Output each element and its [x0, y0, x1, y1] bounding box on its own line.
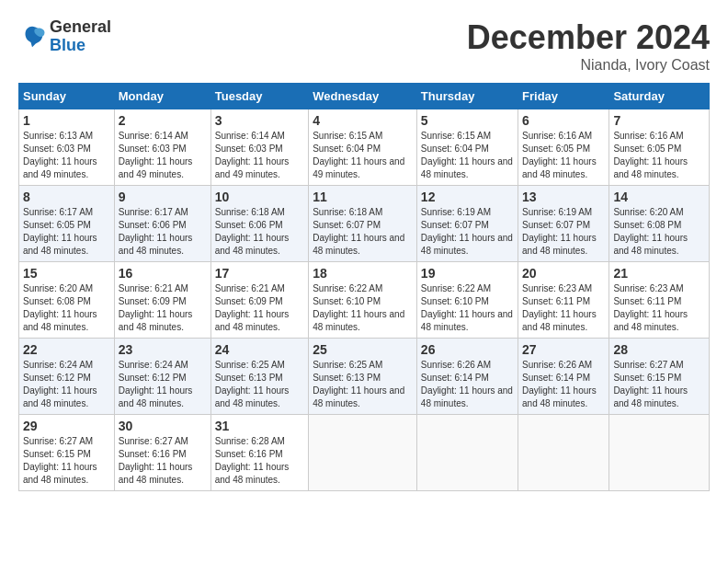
day-info: Sunrise: 6:18 AMSunset: 6:07 PMDaylight:… — [313, 206, 413, 258]
weekday-header-friday: Friday — [518, 84, 609, 109]
calendar-cell: 14Sunrise: 6:20 AMSunset: 6:08 PMDayligh… — [609, 186, 710, 262]
day-number: 5 — [421, 113, 514, 128]
calendar-cell: 25Sunrise: 6:25 AMSunset: 6:13 PMDayligh… — [309, 339, 417, 415]
day-info: Sunrise: 6:21 AMSunset: 6:09 PMDaylight:… — [215, 282, 304, 334]
day-info: Sunrise: 6:21 AMSunset: 6:09 PMDaylight:… — [119, 282, 207, 334]
calendar-cell: 10Sunrise: 6:18 AMSunset: 6:06 PMDayligh… — [210, 186, 308, 262]
day-info: Sunrise: 6:19 AMSunset: 6:07 PMDaylight:… — [522, 206, 605, 258]
logo: General Blue — [18, 18, 111, 55]
day-info: Sunrise: 6:22 AMSunset: 6:10 PMDaylight:… — [313, 282, 413, 334]
weekday-header-sunday: Sunday — [19, 84, 115, 109]
day-number: 31 — [215, 419, 304, 433]
day-number: 4 — [313, 113, 413, 128]
day-number: 30 — [119, 419, 207, 433]
day-info: Sunrise: 6:15 AMSunset: 6:04 PMDaylight:… — [313, 130, 413, 181]
logo-text: General Blue — [50, 18, 111, 55]
calendar-cell: 19Sunrise: 6:22 AMSunset: 6:10 PMDayligh… — [416, 262, 518, 339]
day-info: Sunrise: 6:19 AMSunset: 6:07 PMDaylight:… — [421, 206, 514, 258]
day-info: Sunrise: 6:15 AMSunset: 6:04 PMDaylight:… — [421, 130, 514, 181]
day-info: Sunrise: 6:13 AMSunset: 6:03 PMDaylight:… — [23, 130, 110, 181]
calendar-cell: 29Sunrise: 6:27 AMSunset: 6:15 PMDayligh… — [19, 415, 115, 491]
calendar-cell — [518, 415, 609, 491]
calendar-cell: 27Sunrise: 6:26 AMSunset: 6:14 PMDayligh… — [518, 339, 609, 415]
day-info: Sunrise: 6:28 AMSunset: 6:16 PMDaylight:… — [215, 435, 304, 487]
day-number: 21 — [613, 266, 705, 281]
day-info: Sunrise: 6:23 AMSunset: 6:11 PMDaylight:… — [522, 282, 605, 334]
day-info: Sunrise: 6:14 AMSunset: 6:03 PMDaylight:… — [119, 130, 207, 181]
day-info: Sunrise: 6:16 AMSunset: 6:05 PMDaylight:… — [522, 130, 605, 181]
logo-bird-icon — [18, 23, 46, 51]
day-info: Sunrise: 6:16 AMSunset: 6:05 PMDaylight:… — [613, 130, 705, 181]
calendar-cell: 23Sunrise: 6:24 AMSunset: 6:12 PMDayligh… — [114, 339, 210, 415]
calendar-cell: 11Sunrise: 6:18 AMSunset: 6:07 PMDayligh… — [309, 186, 417, 262]
calendar-cell: 26Sunrise: 6:26 AMSunset: 6:14 PMDayligh… — [416, 339, 518, 415]
day-number: 17 — [215, 266, 304, 281]
day-info: Sunrise: 6:25 AMSunset: 6:13 PMDaylight:… — [313, 359, 413, 410]
day-info: Sunrise: 6:27 AMSunset: 6:16 PMDaylight:… — [119, 435, 207, 487]
day-number: 12 — [421, 190, 514, 204]
title-section: December 2024 Nianda, Ivory Coast — [467, 18, 710, 74]
day-number: 18 — [313, 266, 413, 281]
day-number: 8 — [23, 190, 110, 204]
calendar-cell: 9Sunrise: 6:17 AMSunset: 6:06 PMDaylight… — [114, 186, 210, 262]
calendar-cell: 1Sunrise: 6:13 AMSunset: 6:03 PMDaylight… — [19, 109, 115, 186]
day-info: Sunrise: 6:26 AMSunset: 6:14 PMDaylight:… — [421, 359, 514, 410]
calendar-week-row-1: 1Sunrise: 6:13 AMSunset: 6:03 PMDaylight… — [19, 109, 710, 186]
day-number: 16 — [119, 266, 207, 281]
calendar-week-row-3: 15Sunrise: 6:20 AMSunset: 6:08 PMDayligh… — [19, 262, 710, 339]
calendar-cell: 18Sunrise: 6:22 AMSunset: 6:10 PMDayligh… — [309, 262, 417, 339]
day-info: Sunrise: 6:24 AMSunset: 6:12 PMDaylight:… — [119, 359, 207, 410]
calendar-cell: 6Sunrise: 6:16 AMSunset: 6:05 PMDaylight… — [518, 109, 609, 186]
day-number: 15 — [23, 266, 110, 281]
day-info: Sunrise: 6:17 AMSunset: 6:06 PMDaylight:… — [119, 206, 207, 258]
month-title: December 2024 — [467, 18, 710, 57]
day-info: Sunrise: 6:27 AMSunset: 6:15 PMDaylight:… — [613, 359, 705, 410]
day-number: 7 — [613, 113, 705, 128]
calendar-cell: 13Sunrise: 6:19 AMSunset: 6:07 PMDayligh… — [518, 186, 609, 262]
day-number: 11 — [313, 190, 413, 204]
day-number: 28 — [613, 342, 705, 357]
weekday-header-tuesday: Tuesday — [210, 84, 308, 109]
day-number: 1 — [23, 113, 110, 128]
day-number: 29 — [23, 419, 110, 433]
day-info: Sunrise: 6:26 AMSunset: 6:14 PMDaylight:… — [522, 359, 605, 410]
day-number: 2 — [119, 113, 207, 128]
day-number: 27 — [522, 342, 605, 357]
calendar-cell: 22Sunrise: 6:24 AMSunset: 6:12 PMDayligh… — [19, 339, 115, 415]
day-number: 6 — [522, 113, 605, 128]
calendar-cell: 15Sunrise: 6:20 AMSunset: 6:08 PMDayligh… — [19, 262, 115, 339]
day-info: Sunrise: 6:23 AMSunset: 6:11 PMDaylight:… — [613, 282, 705, 334]
calendar-cell: 4Sunrise: 6:15 AMSunset: 6:04 PMDaylight… — [309, 109, 417, 186]
day-info: Sunrise: 6:20 AMSunset: 6:08 PMDaylight:… — [613, 206, 705, 258]
calendar-table: SundayMondayTuesdayWednesdayThursdayFrid… — [18, 83, 710, 491]
calendar-cell: 31Sunrise: 6:28 AMSunset: 6:16 PMDayligh… — [210, 415, 308, 491]
day-info: Sunrise: 6:18 AMSunset: 6:06 PMDaylight:… — [215, 206, 304, 258]
day-number: 24 — [215, 342, 304, 357]
calendar-cell: 2Sunrise: 6:14 AMSunset: 6:03 PMDaylight… — [114, 109, 210, 186]
calendar-cell — [416, 415, 518, 491]
day-number: 3 — [215, 113, 304, 128]
day-number: 25 — [313, 342, 413, 357]
day-number: 20 — [522, 266, 605, 281]
calendar-cell: 21Sunrise: 6:23 AMSunset: 6:11 PMDayligh… — [609, 262, 710, 339]
weekday-header-saturday: Saturday — [609, 84, 710, 109]
page-header: General Blue December 2024 Nianda, Ivory… — [18, 18, 710, 74]
day-number: 22 — [23, 342, 110, 357]
calendar-week-row-4: 22Sunrise: 6:24 AMSunset: 6:12 PMDayligh… — [19, 339, 710, 415]
calendar-cell: 16Sunrise: 6:21 AMSunset: 6:09 PMDayligh… — [114, 262, 210, 339]
calendar-cell: 30Sunrise: 6:27 AMSunset: 6:16 PMDayligh… — [114, 415, 210, 491]
day-info: Sunrise: 6:24 AMSunset: 6:12 PMDaylight:… — [23, 359, 110, 410]
day-info: Sunrise: 6:17 AMSunset: 6:05 PMDaylight:… — [23, 206, 110, 258]
day-info: Sunrise: 6:14 AMSunset: 6:03 PMDaylight:… — [215, 130, 304, 181]
day-info: Sunrise: 6:22 AMSunset: 6:10 PMDaylight:… — [421, 282, 514, 334]
calendar-cell: 5Sunrise: 6:15 AMSunset: 6:04 PMDaylight… — [416, 109, 518, 186]
day-number: 9 — [119, 190, 207, 204]
day-number: 10 — [215, 190, 304, 204]
day-number: 26 — [421, 342, 514, 357]
calendar-header-row: SundayMondayTuesdayWednesdayThursdayFrid… — [19, 84, 710, 109]
day-number: 19 — [421, 266, 514, 281]
calendar-cell: 7Sunrise: 6:16 AMSunset: 6:05 PMDaylight… — [609, 109, 710, 186]
calendar-cell: 8Sunrise: 6:17 AMSunset: 6:05 PMDaylight… — [19, 186, 115, 262]
calendar-cell — [609, 415, 710, 491]
day-number: 23 — [119, 342, 207, 357]
